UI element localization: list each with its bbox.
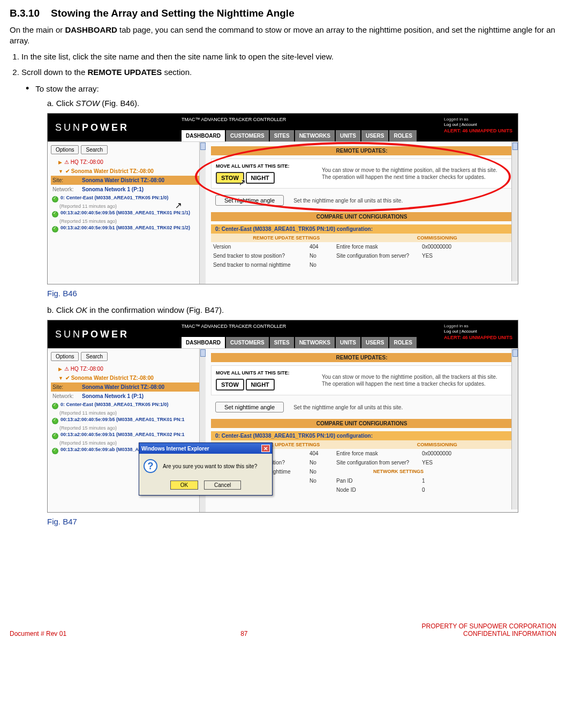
compare-header: COMPARE UNIT CONFIGURATIONS [211,212,512,221]
set-nighttime-angle-button[interactable]: Set nighttime angle [215,402,284,412]
check-icon [52,448,58,454]
stow-button[interactable]: STOW [216,379,244,391]
check-icon [52,196,58,202]
tab-dashboard[interactable]: DASHBOARD [182,130,225,141]
intro-paragraph: On the main or DASHBOARD tab page, you c… [10,25,556,46]
move-description: You can stow or move to the nighttime po… [322,370,508,391]
tab-customers[interactable]: CUSTOMERS [226,130,269,141]
close-icon[interactable]: ✕ [261,445,270,452]
options-button[interactable]: Options [51,145,79,154]
section-heading: B.3.10 Stowing the Array and Setting the… [10,7,556,19]
tmac-title: TMAC™ ADVANCED TRACKER CONTROLLER [182,117,286,122]
logout-link[interactable]: Log out | Account [444,329,512,334]
sunpower-logo: SUNPOWER [55,329,129,340]
compare-unit-title: 0: Center-East (M0338_AREA01_TRK05 PN:1/… [211,431,512,440]
cancel-button[interactable]: Cancel [204,481,241,490]
set-nighttime-angle-button[interactable]: Set nighttime angle [215,195,284,206]
scrollbar[interactable] [199,142,206,284]
search-button[interactable]: Search [81,145,108,154]
compare-header: COMPARE UNIT CONFIGURATIONS [211,419,512,428]
fig-b47-caption: Fig. B47 [47,517,556,526]
unit-link[interactable]: 00:13:a2:00:40:5e:09:b1 (M0338_AREA01_TR… [61,225,190,231]
night-button[interactable]: NIGHT [246,172,275,184]
tmac-title: TMAC™ ADVANCED TRACKER CONTROLLER [182,324,286,329]
logged-in-text: Logged in as [444,324,512,329]
tab-units[interactable]: UNITS [336,337,360,348]
unit-link[interactable]: 00:13:a2:00:40:5e:09:b5 (M0338_AREA01_TR… [61,417,185,423]
tab-dashboard[interactable]: DASHBOARD [182,337,225,348]
angle-description: Set the nighttime angle for all units at… [293,404,403,410]
step-1: In the site list, click the site name an… [21,52,556,61]
check-icon [52,403,58,409]
network-row: Network:Sonoma Network 1 (P:1) [51,185,202,194]
footer-right-1: PROPERTY OF SUNPOWER CORPORATION [422,622,556,630]
tab-users[interactable]: USERS [361,337,388,348]
logout-link[interactable]: Log out | Account [444,122,512,127]
tab-units[interactable]: UNITS [336,130,360,141]
check-icon [52,211,58,217]
page-footer: Document # Rev 01 87 PROPERTY OF SUNPOWE… [10,622,556,648]
footer-left: Document # Rev 01 [10,630,66,637]
tree-sonoma[interactable]: ▼✔ Sonoma Water District TZ:-08:00 [51,167,202,176]
tab-users[interactable]: USERS [361,130,388,141]
angle-description: Set the nighttime angle for all units at… [293,198,403,204]
alert-unmapped: ALERT: 46 UNMAPPED UNITS [444,335,512,341]
unit-link[interactable]: 00:13:a2:00:40:5e:09:b5 (M0338_AREA01_TR… [61,210,190,216]
night-button[interactable]: NIGHT [246,379,275,391]
unit-link[interactable]: 00:13:a2:00:40:5e:09:b1 (M0338_AREA01_TR… [61,432,185,438]
remote-updates-header: REMOTE UPDATES: [211,353,512,362]
page-number: 87 [240,630,247,637]
alert-unmapped: ALERT: 46 UNMAPPED UNITS [444,128,512,134]
ie-confirm-dialog: Windows Internet Explorer ✕ ? Are you su… [139,442,273,496]
tree-hq[interactable]: ▶⚠ HQ TZ:-08:00 [51,364,202,373]
tab-roles[interactable]: ROLES [389,130,416,141]
tab-networks[interactable]: NETWORKS [295,337,335,348]
network-row: Network:Sonoma Network 1 (P:1) [51,392,202,401]
unit-link[interactable]: 0: Center-East (M0338_AREA01_TRK05 PN:1/… [61,402,169,408]
step-2: Scroll down to the REMOTE UPDATES sectio… [21,67,556,77]
move-description: You can stow or move to the nighttime po… [322,163,508,184]
ie-dialog-title: Windows Internet Explorer [141,446,209,452]
compare-unit-title: 0: Center-East (M0338_AREA01_TRK05 PN:1/… [211,224,512,234]
logged-in-text: Logged in as [444,117,512,122]
remote-updates-header: REMOTE UPDATES: [211,146,512,155]
scrollbar[interactable] [511,349,518,509]
substep-a: a. Click STOW (Fig. B46). [47,99,556,108]
fig-b46-caption: Fig. B46 [47,289,556,298]
footer-right-2: CONFIDENTIAL INFORMATION [422,630,556,637]
check-icon [52,433,58,439]
tab-networks[interactable]: NETWORKS [295,130,335,141]
site-row: Site:Sonoma Water District TZ:-08:00 [51,382,202,392]
tab-customers[interactable]: CUSTOMERS [226,337,269,348]
site-row: Site:Sonoma Water District TZ:-08:00 [51,176,202,185]
screenshot-fig-b46: SUNPOWER TMAC™ ADVANCED TRACKER CONTROLL… [47,113,518,284]
screenshot-fig-b47: SUNPOWER TMAC™ ADVANCED TRACKER CONTROLL… [47,320,518,513]
tab-roles[interactable]: ROLES [389,337,416,348]
check-icon [52,226,58,232]
question-icon: ? [144,459,157,473]
tree-hq[interactable]: ▶⚠ HQ TZ:-08:00 [51,157,202,167]
tab-sites[interactable]: SITES [270,130,294,141]
bullet-stow: To stow the array: [26,83,556,94]
options-button[interactable]: Options [51,352,79,361]
search-button[interactable]: Search [81,352,108,361]
tab-sites[interactable]: SITES [270,337,294,348]
sunpower-logo: SUNPOWER [55,122,129,133]
substep-b: b. Click OK in the confirmation window (… [47,305,556,314]
stow-button[interactable]: STOW [216,172,244,184]
ie-dialog-message: Are you sure you want to stow this site? [163,463,257,469]
tree-sonoma[interactable]: ▼✔ Sonoma Water District TZ:-08:00 [51,373,202,382]
check-icon [52,418,58,424]
scrollbar[interactable] [511,142,518,281]
ok-button[interactable]: OK [170,481,198,490]
unit-link[interactable]: 0: Center-East (M0338_AREA01_TRK05 PN:1/… [61,195,169,201]
